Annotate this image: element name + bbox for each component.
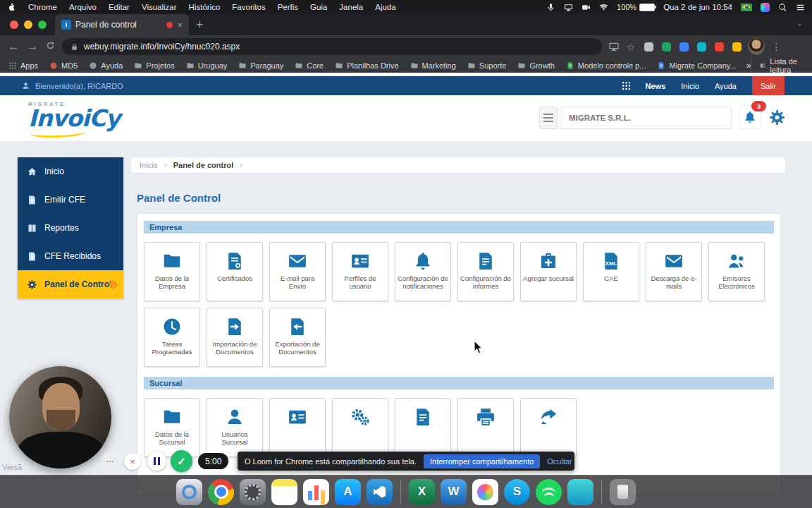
menubar-item[interactable]: Perfis xyxy=(278,3,298,11)
webcam-overlay[interactable] xyxy=(9,366,111,468)
bookmarks-overflow-button[interactable]: » xyxy=(746,61,751,71)
panel-tile[interactable]: Perfiles de usuario xyxy=(332,242,388,301)
menubar-item[interactable]: Guia xyxy=(310,3,327,11)
panel-tile[interactable]: CAE xyxy=(583,242,639,301)
dock-app-icon[interactable] xyxy=(472,479,498,505)
panel-tile[interactable] xyxy=(269,398,326,457)
panel-tile[interactable] xyxy=(395,398,451,457)
menubar-item[interactable]: Favoritos xyxy=(232,3,265,11)
extension-icon[interactable] xyxy=(697,42,706,52)
minimize-window-button[interactable] xyxy=(24,20,32,29)
close-tab-icon[interactable]: × xyxy=(177,20,183,30)
menubar-item[interactable]: Arquivo xyxy=(69,3,97,11)
sidebar-item[interactable]: Panel de Control xyxy=(18,270,123,298)
company-menu-button[interactable] xyxy=(539,107,558,129)
dock-app-icon[interactable] xyxy=(240,479,266,505)
notification-center-icon[interactable] xyxy=(796,3,805,12)
bookmark-item[interactable]: Modelo controle p... xyxy=(566,61,646,70)
forward-button[interactable]: → xyxy=(26,41,39,52)
menubar-item[interactable]: Ajuda xyxy=(375,3,395,11)
bookmark-item[interactable]: Planilhas Drive xyxy=(335,61,398,70)
menubar-item[interactable]: Janela xyxy=(339,3,363,11)
sidebar-item[interactable]: CFE Recibidos xyxy=(18,242,123,270)
sidebar-item[interactable]: Inicio xyxy=(18,157,123,186)
panel-tile[interactable]: Configuración de informes xyxy=(457,242,514,301)
microphone-icon[interactable] xyxy=(546,3,555,12)
panel-tile[interactable] xyxy=(520,398,577,457)
bookmark-item[interactable]: Ayuda xyxy=(89,61,123,70)
dock-app-icon[interactable]: A xyxy=(335,479,361,505)
menubar-item[interactable]: Histórico xyxy=(189,3,221,11)
panel-tile[interactable]: Descarga de e-mails xyxy=(646,242,702,301)
bookmark-item[interactable]: Growth xyxy=(517,61,554,70)
stop-sharing-button[interactable]: Interromper compartilhamento xyxy=(424,454,540,468)
hide-sharing-link[interactable]: Ocultar xyxy=(547,457,572,466)
loom-more-button[interactable]: ··· xyxy=(102,453,118,470)
dock-app-icon[interactable] xyxy=(536,479,562,505)
topbar-link[interactable]: News xyxy=(646,82,666,90)
bookmark-item[interactable]: Suporte xyxy=(467,61,507,70)
extension-icon[interactable] xyxy=(644,42,653,52)
dock-app-icon[interactable] xyxy=(601,480,602,504)
bookmark-item[interactable]: Migrate Company... xyxy=(657,61,736,70)
dock-app-icon[interactable] xyxy=(303,479,329,505)
sidebar-item[interactable]: Emitir CFE xyxy=(18,186,123,214)
browser-menu-button[interactable]: ⋮ xyxy=(771,42,781,52)
bookmark-star-icon[interactable]: ☆ xyxy=(626,42,635,52)
tab-search-button[interactable] xyxy=(796,18,804,31)
camera-icon[interactable] xyxy=(582,3,591,12)
panel-tile[interactable]: Tareas Programadas xyxy=(144,308,200,367)
menubar-item[interactable]: Chrome xyxy=(28,3,57,11)
screen-share-icon[interactable] xyxy=(608,41,620,52)
screen-mirroring-icon[interactable] xyxy=(564,3,573,12)
settings-button[interactable] xyxy=(765,105,788,129)
loom-pause-button[interactable] xyxy=(147,452,166,471)
panel-tile[interactable]: Usuarios Sucursal xyxy=(207,398,263,457)
bookmark-item[interactable]: Uruguay xyxy=(186,61,228,70)
panel-tile[interactable] xyxy=(332,398,388,457)
apps-grid-icon[interactable] xyxy=(621,80,632,91)
dock-app-icon[interactable] xyxy=(567,479,593,505)
panel-tile[interactable]: Emisores Electrónicos xyxy=(708,242,765,301)
apple-menu[interactable] xyxy=(7,1,16,13)
dock-app-icon[interactable] xyxy=(176,479,202,505)
topbar-link[interactable]: Salir xyxy=(752,76,785,95)
bookmark-item[interactable]: Paraguay xyxy=(238,61,283,70)
dock-app-icon[interactable]: S xyxy=(504,479,530,505)
topbar-link[interactable]: Inicio xyxy=(681,82,699,90)
sidebar-item[interactable]: Reportes xyxy=(18,214,123,242)
dock-app-icon[interactable] xyxy=(367,479,393,505)
extension-icon[interactable] xyxy=(679,42,689,52)
panel-tile[interactable]: Datos de la Empresa xyxy=(144,242,200,301)
bookmark-item[interactable]: Apps xyxy=(8,61,38,70)
siri-icon[interactable] xyxy=(761,3,770,12)
notifications-button[interactable]: 3 xyxy=(739,105,761,129)
dock-app-icon[interactable] xyxy=(208,479,234,505)
bookmark-item[interactable]: Marketing xyxy=(410,61,456,70)
breadcrumb-home[interactable]: Inicio xyxy=(140,161,158,169)
close-window-button[interactable] xyxy=(10,20,18,29)
reload-button[interactable] xyxy=(45,40,56,54)
panel-tile[interactable]: Certificados xyxy=(207,242,263,301)
zoom-window-button[interactable] xyxy=(38,20,47,29)
bookmark-item[interactable]: Core xyxy=(295,61,324,70)
panel-tile[interactable]: Configuración de notificaciones xyxy=(395,242,451,301)
dock-app-icon[interactable]: X xyxy=(409,479,435,505)
back-button[interactable]: ← xyxy=(7,41,20,52)
panel-tile[interactable]: Datos de la Sucursal xyxy=(144,398,200,457)
battery-indicator[interactable]: 100% xyxy=(617,3,655,11)
topbar-link[interactable]: Ayuda xyxy=(715,82,737,90)
loom-finish-button[interactable]: ✓ xyxy=(171,450,192,472)
menubar-clock[interactable]: Qua 2 de jun 10:54 xyxy=(663,3,732,11)
extension-icon[interactable] xyxy=(732,42,742,52)
dock-app-icon[interactable] xyxy=(400,480,401,504)
menubar-item[interactable]: Editar xyxy=(109,3,130,11)
company-selector[interactable]: MIGRATE S.R.L. xyxy=(560,107,732,129)
panel-tile[interactable]: E-mail para Envío xyxy=(269,242,326,301)
brazil-flag-icon[interactable] xyxy=(741,4,752,11)
bookmark-item[interactable]: Projetos xyxy=(134,61,174,70)
panel-tile[interactable]: Importación de Documentos xyxy=(207,308,263,367)
loom-cancel-button[interactable]: × xyxy=(124,453,141,470)
new-tab-button[interactable]: + xyxy=(196,18,204,31)
dock-app-icon[interactable] xyxy=(610,479,636,505)
